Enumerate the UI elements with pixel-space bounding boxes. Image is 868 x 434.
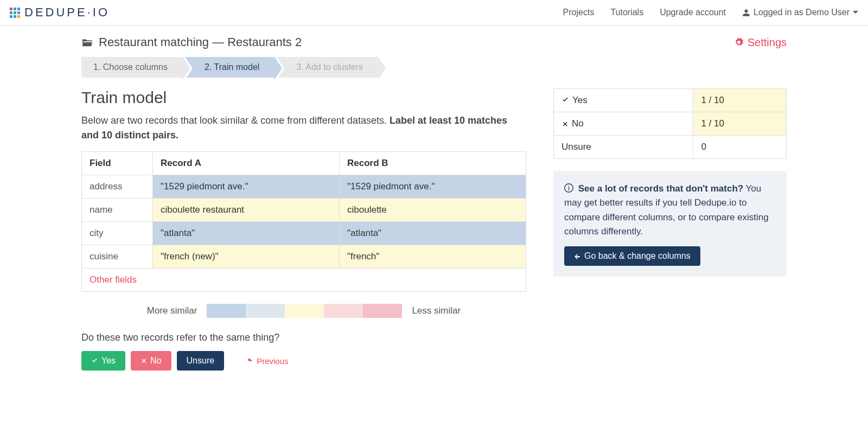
svg-rect-1 [569, 187, 569, 190]
instructions: Below are two records that look similar … [81, 113, 526, 143]
table-row: cuisine "french (new)" "french" [82, 245, 526, 269]
tally-yes-count: 1 / 10 [693, 89, 787, 112]
th-field: Field [82, 152, 153, 175]
tally-row-no: No 1 / 10 [554, 112, 787, 136]
cell-b: "french" [340, 245, 526, 269]
step-train-model[interactable]: 2. Train model [185, 57, 275, 78]
brand-dots-icon [10, 8, 20, 18]
hint-bold: See a lot of records that don't match? [578, 183, 743, 194]
tally-unsure-count: 0 [693, 136, 787, 159]
cell-field: cuisine [82, 245, 153, 269]
legend-more: More similar [147, 305, 197, 316]
legend-swatch [363, 304, 402, 318]
table-row: city "atlanta" "atlanta" [82, 222, 526, 245]
previous-link[interactable]: Previous [246, 356, 288, 366]
tally-unsure-label: Unsure [554, 136, 693, 159]
brand-logo[interactable]: DEDUPE·IO [10, 5, 110, 20]
info-icon [564, 183, 573, 193]
tally-table: Yes 1 / 10 No 1 / 10 Unsure 0 [553, 88, 787, 159]
breadcrumb: Restaurant matching — Restaurants 2 [81, 35, 302, 49]
similarity-legend: More similar Less similar [81, 304, 526, 318]
svg-rect-2 [569, 186, 569, 186]
nav-tutorials[interactable]: Tutorials [610, 8, 643, 17]
brand-text: DEDUPE·IO [24, 5, 110, 20]
nav-user-menu[interactable]: Logged in as Demo User [742, 8, 858, 17]
comparison-table: Field Record A Record B address "1529 pi… [81, 151, 526, 292]
check-icon [91, 358, 98, 365]
breadcrumb-sep: — [209, 35, 227, 49]
other-fields-label[interactable]: Other fields [82, 269, 526, 292]
no-button-label: No [150, 356, 161, 366]
x-icon [561, 120, 569, 127]
cell-a: "french (new)" [153, 245, 340, 269]
legend-swatch [324, 304, 363, 318]
gears-icon [733, 37, 744, 47]
user-icon [742, 9, 750, 17]
th-record-a: Record A [153, 152, 340, 175]
cell-field: address [82, 175, 153, 199]
step-add-to-clusters: 3. Add to clusters [277, 57, 378, 78]
other-fields-row[interactable]: Other fields [82, 269, 526, 292]
nav-upgrade[interactable]: Upgrade account [660, 8, 726, 17]
table-row: name ciboulette restaurant ciboulette [82, 199, 526, 222]
caret-down-icon [853, 10, 858, 15]
step-choose-columns[interactable]: 1. Choose columns [81, 57, 183, 78]
arrow-left-icon [574, 253, 581, 260]
question-text: Do these two records refer to the same t… [81, 332, 526, 343]
x-icon [141, 358, 147, 364]
tally-row-unsure: Unsure 0 [554, 136, 787, 159]
no-button[interactable]: No [131, 351, 171, 371]
tally-yes-label: Yes [572, 95, 588, 105]
go-back-label: Go back & change columns [584, 251, 691, 261]
legend-scale [207, 304, 402, 318]
table-row: address "1529 piedmont ave." "1529 piedm… [82, 175, 526, 199]
legend-swatch [207, 304, 246, 318]
undo-icon [246, 358, 254, 365]
breadcrumb-project[interactable]: Restaurant matching [99, 35, 209, 49]
previous-label: Previous [257, 356, 288, 366]
nav-projects[interactable]: Projects [563, 8, 595, 17]
unsure-button[interactable]: Unsure [177, 351, 225, 371]
cell-a: ciboulette restaurant [153, 199, 340, 222]
tally-no-count: 1 / 10 [693, 112, 787, 136]
cell-a: "1529 piedmont ave." [153, 175, 340, 199]
settings-label: Settings [748, 36, 787, 49]
th-record-b: Record B [340, 152, 526, 175]
legend-swatch [246, 304, 285, 318]
cell-field: city [82, 222, 153, 245]
cell-a: "atlanta" [153, 222, 340, 245]
cell-b: "atlanta" [340, 222, 526, 245]
wizard-steps: 1. Choose columns 2. Train model 3. Add … [81, 57, 787, 78]
unsure-button-label: Unsure [187, 356, 215, 366]
legend-less: Less similar [412, 305, 461, 316]
folder-open-icon [81, 37, 93, 47]
cell-b: ciboulette [340, 199, 526, 222]
settings-link[interactable]: Settings [733, 36, 787, 49]
go-back-button[interactable]: Go back & change columns [564, 246, 700, 266]
legend-swatch [285, 304, 324, 318]
hint-box: See a lot of records that don't match? Y… [553, 171, 787, 277]
tally-row-yes: Yes 1 / 10 [554, 89, 787, 112]
cell-b: "1529 piedmont ave." [340, 175, 526, 199]
page-title: Train model [81, 88, 526, 107]
nav-links: Projects Tutorials Upgrade account Logge… [563, 8, 858, 17]
check-icon [561, 97, 569, 104]
instructions-pre: Below are two records that look similar … [81, 115, 390, 126]
yes-button-label: Yes [101, 356, 116, 366]
navbar: DEDUPE·IO Projects Tutorials Upgrade acc… [0, 0, 868, 25]
cell-field: name [82, 199, 153, 222]
nav-user-label: Logged in as Demo User [754, 8, 850, 17]
yes-button[interactable]: Yes [81, 351, 125, 371]
breadcrumb-dataset[interactable]: Restaurants 2 [227, 35, 302, 49]
tally-no-label: No [572, 118, 584, 129]
